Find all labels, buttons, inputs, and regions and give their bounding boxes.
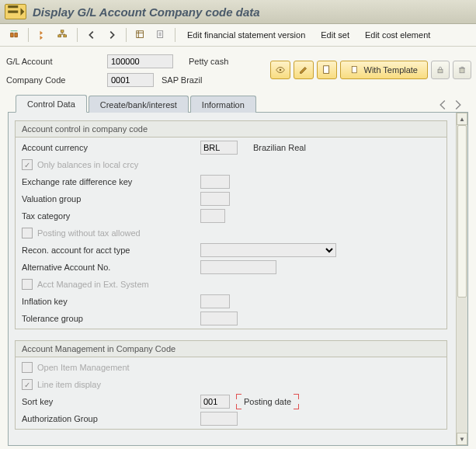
delete-icon[interactable] — [453, 61, 471, 79]
vertical-scrollbar[interactable]: ▲ ▼ — [456, 113, 467, 445]
tax-category-input[interactable] — [200, 209, 225, 223]
edit-icon[interactable] — [294, 61, 314, 79]
display-icon[interactable] — [270, 61, 290, 79]
next-icon[interactable] — [102, 26, 121, 44]
tab-information[interactable]: Information — [190, 96, 256, 113]
account-currency-label: Account currency — [22, 143, 200, 152]
svg-rect-9 — [460, 68, 464, 73]
ext-system-checkbox — [22, 279, 33, 290]
svg-rect-2 — [64, 35, 67, 37]
gl-account-desc: Petty cash — [189, 57, 228, 66]
tolerance-group-label: Tolerance group — [22, 314, 200, 323]
create-icon[interactable] — [317, 61, 337, 79]
tab-scroll-left-icon[interactable] — [436, 98, 450, 112]
recon-account-select[interactable] — [200, 243, 336, 257]
separator — [28, 28, 29, 42]
other-object-icon[interactable] — [33, 26, 52, 44]
alt-account-input[interactable] — [200, 260, 276, 274]
company-code-label: Company Code — [6, 75, 107, 85]
auth-group-input[interactable] — [200, 412, 238, 426]
gl-account-label: G/L Account — [6, 57, 107, 66]
exchange-rate-input[interactable] — [200, 175, 230, 189]
field-status-icon[interactable] — [131, 26, 150, 44]
edit-fsv-link[interactable]: Edit financial statement version — [180, 27, 312, 43]
gl-account-input[interactable] — [107, 54, 173, 68]
open-item-label: Open Item Management — [37, 363, 130, 372]
with-template-label: With Template — [364, 65, 419, 75]
separator — [126, 28, 127, 42]
posting-without-tax-checkbox — [22, 228, 33, 238]
recon-account-label: Recon. account for acct type — [22, 245, 200, 255]
line-item-checkbox: ✓ — [22, 379, 33, 390]
inflation-key-label: Inflation key — [22, 297, 200, 306]
svg-rect-6 — [323, 66, 328, 74]
svg-point-5 — [279, 69, 281, 71]
only-balances-label: Only balances in local crcy — [37, 160, 138, 169]
svg-rect-8 — [438, 69, 443, 73]
edit-cost-link[interactable]: Edit cost element — [358, 27, 437, 43]
account-currency-input[interactable] — [200, 141, 238, 155]
tab-control-data[interactable]: Control Data — [16, 95, 87, 113]
scroll-up-icon[interactable]: ▲ — [457, 113, 467, 125]
svg-rect-7 — [352, 67, 356, 73]
svg-rect-1 — [58, 35, 61, 37]
sort-key-desc: Posting date — [239, 395, 296, 408]
group-account-control-title: Account control in company code — [16, 121, 446, 137]
ext-system-label: Acct Managed in Ext. System — [37, 280, 149, 289]
inflation-key-input[interactable] — [200, 294, 230, 308]
scroll-thumb[interactable] — [457, 125, 467, 298]
alt-account-label: Alternative Account No. — [22, 263, 200, 272]
where-used-icon[interactable] — [151, 26, 170, 44]
posting-without-tax-label: Posting without tax allowed — [37, 228, 141, 238]
account-currency-desc: Brazilian Real — [253, 143, 306, 152]
svg-rect-0 — [61, 30, 64, 33]
separator — [77, 28, 78, 42]
group-account-mgmt-title: Account Management in Company Code — [16, 341, 446, 357]
open-item-checkbox — [22, 362, 33, 373]
exchange-rate-label: Exchange rate difference key — [22, 177, 200, 186]
svg-rect-3 — [137, 31, 144, 38]
company-code-desc: SAP Brazil — [162, 75, 202, 85]
with-template-button[interactable]: With Template — [340, 61, 429, 79]
change-display-icon[interactable] — [5, 26, 23, 44]
only-balances-checkbox: ✓ — [22, 159, 33, 170]
tab-scroll-right-icon[interactable] — [451, 98, 465, 112]
lock-icon[interactable] — [431, 61, 450, 79]
line-item-label: Line item display — [37, 380, 101, 389]
sort-key-input[interactable] — [200, 395, 230, 409]
auth-group-label: Authorization Group — [22, 414, 200, 423]
separator — [175, 28, 175, 42]
prev-icon[interactable] — [82, 26, 101, 44]
tab-create-bank-interest[interactable]: Create/bank/interest — [89, 96, 189, 113]
sort-key-label: Sort key — [22, 397, 200, 406]
menu-dropdown-icon[interactable] — [5, 4, 26, 19]
valuation-group-input[interactable] — [200, 192, 230, 206]
hierarchy-icon[interactable] — [54, 26, 72, 44]
valuation-group-label: Valuation group — [22, 194, 200, 204]
edit-set-link[interactable]: Edit set — [314, 27, 356, 43]
tax-category-label: Tax category — [22, 211, 200, 221]
tolerance-group-input[interactable] — [200, 312, 238, 325]
scroll-down-icon[interactable]: ▼ — [457, 433, 467, 445]
page-title: Display G/L Account Company code data — [33, 5, 260, 19]
